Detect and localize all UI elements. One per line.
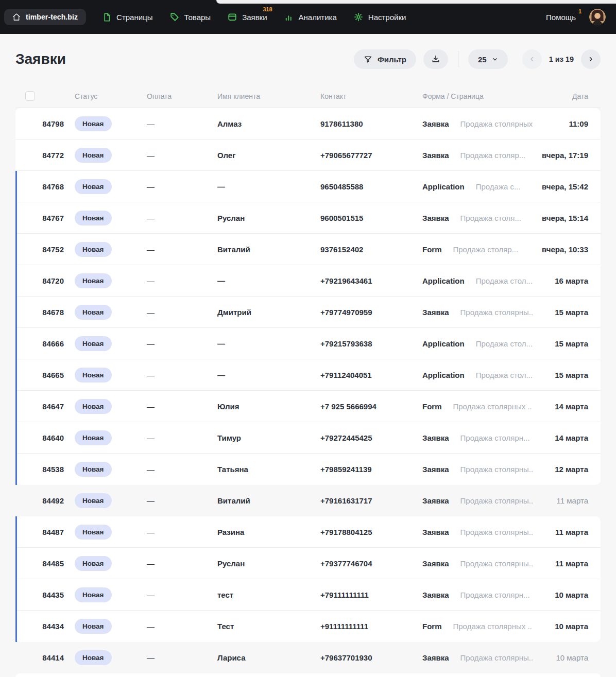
contact-cell: +79111111111 <box>320 591 422 599</box>
client-name-cell: — <box>217 276 320 285</box>
status-badge: Новая <box>75 179 112 194</box>
page-cell: Продажа столярных ... <box>453 622 533 631</box>
client-name-cell: Виталий <box>217 496 320 505</box>
requests-icon <box>227 12 237 22</box>
contact-cell: +91111111111 <box>320 622 422 631</box>
next-page-button[interactable] <box>581 49 601 69</box>
status-cell: Новая <box>64 305 147 320</box>
status-cell: Новая <box>64 430 147 445</box>
date-cell: 14 марта <box>533 433 601 442</box>
page-cell: Продажа столяр... <box>460 151 526 160</box>
payment-cell: — <box>147 245 217 254</box>
table-row[interactable]: 84768 Новая — — 9650485588 Application П… <box>15 171 601 202</box>
status-badge: Новая <box>75 242 112 257</box>
table-row[interactable]: 84487 Новая — Разина +79178804125 Заявка… <box>15 516 601 548</box>
form-page-cell: Form Продажа столярных ... <box>422 622 533 631</box>
payment-cell: — <box>147 119 217 128</box>
row-id: 84492 <box>15 496 64 505</box>
next-row-sliver <box>15 673 601 677</box>
select-all-checkbox[interactable] <box>25 91 35 101</box>
column-header-name: Имя клиента <box>217 92 320 100</box>
status-cell: Новая <box>64 116 147 131</box>
top-nav: timber-tech.biz Страницы Товары Заявки 3… <box>0 0 616 34</box>
nav-item-pages[interactable]: Страницы <box>101 12 152 22</box>
date-cell: 15 марта <box>533 339 601 348</box>
chevron-right-icon <box>587 56 594 63</box>
form-cell: Заявка <box>422 433 449 442</box>
page-cell: Продажа стол... <box>476 339 533 348</box>
table-row[interactable]: 84434 Новая — Тест +91111111111 Form Про… <box>15 611 601 642</box>
status-cell: Новая <box>64 148 147 163</box>
table-row[interactable]: 84678 Новая — Дмитрий +79774970959 Заявк… <box>15 297 601 328</box>
site-switcher[interactable]: timber-tech.biz <box>4 9 86 25</box>
status-cell: Новая <box>64 211 147 225</box>
status-badge: Новая <box>75 493 112 508</box>
table-row[interactable]: 84485 Новая — Руслан +79377746704 Заявка… <box>15 548 601 579</box>
contact-cell: +79112404051 <box>320 371 422 379</box>
page-cell: Продажа столярны... <box>460 653 533 662</box>
contact-cell: 9178611380 <box>320 119 422 128</box>
form-page-cell: Заявка Продажа столярны... <box>422 653 533 662</box>
table-row[interactable]: 84640 Новая — Тимур +79272445425 Заявка … <box>15 422 601 454</box>
nav-item-label: Товары <box>184 13 211 22</box>
date-cell: 10 марта <box>533 591 601 599</box>
prev-page-button[interactable] <box>522 49 542 69</box>
table-row[interactable]: 84772 Новая — Олег +79065677727 Заявка П… <box>15 140 601 171</box>
form-page-cell: Заявка Продажа столярны... <box>422 308 533 317</box>
contact-cell: +79161631717 <box>320 496 422 505</box>
client-name-cell: Юлия <box>217 402 320 411</box>
table-row[interactable]: 84414 Новая — Лариса +79637701930 Заявка… <box>15 642 601 673</box>
form-cell: Application <box>422 339 465 348</box>
form-cell: Заявка <box>422 496 449 505</box>
form-page-cell: Заявка Продажа столярны... <box>422 559 533 568</box>
table-row[interactable]: 84720 Новая — — +79219643461 Application… <box>15 265 601 297</box>
table-row[interactable]: 84492 Новая — Виталий +79161631717 Заявк… <box>15 485 601 516</box>
form-page-cell: Application Продажа с... <box>422 182 533 191</box>
form-cell: Заявка <box>422 214 449 222</box>
chevron-down-icon <box>492 56 498 62</box>
client-name-cell: Виталий <box>217 245 320 254</box>
status-badge: Новая <box>75 587 112 602</box>
help-link[interactable]: Помощь 1 <box>546 13 576 22</box>
page-cell: Продажа стол... <box>476 371 533 379</box>
table-row[interactable]: 84538 Новая — Татьяна +79859241139 Заявк… <box>15 454 601 485</box>
nav-item-requests[interactable]: Заявки 318 <box>227 12 267 22</box>
table-row[interactable]: 84767 Новая — Руслан 9600501515 Заявка П… <box>15 202 601 234</box>
form-page-cell: Form Продажа столярных ... <box>422 402 533 411</box>
nav-item-settings[interactable]: Настройки <box>353 12 406 22</box>
table-row[interactable]: 84647 Новая — Юлия +7 925 5666994 Form П… <box>15 391 601 422</box>
chevron-left-icon <box>528 56 536 63</box>
form-cell: Заявка <box>422 119 449 128</box>
filter-button[interactable]: Фильтр <box>354 49 416 69</box>
form-page-cell: Заявка Продажа столярны... <box>422 528 533 536</box>
date-cell: 11 марта <box>533 559 601 568</box>
status-cell: Новая <box>64 525 147 540</box>
page-cell: Продажа столя... <box>460 214 521 222</box>
status-cell: Новая <box>64 650 147 665</box>
nav-item-products[interactable]: Товары <box>169 12 211 22</box>
client-name-cell: тест <box>217 591 320 599</box>
table-row[interactable]: 84752 Новая — Виталий 9376152402 Form Пр… <box>15 234 601 265</box>
payment-cell: — <box>147 433 217 442</box>
column-header-status: Статус <box>64 92 147 100</box>
form-cell: Application <box>422 371 465 379</box>
column-header-contact: Контакт <box>320 92 422 100</box>
nav-item-label: Настройки <box>368 13 406 22</box>
payment-cell: — <box>147 559 217 568</box>
status-badge: Новая <box>75 305 112 320</box>
table-row[interactable]: 84798 Новая — Алмаз 9178611380 Заявка Пр… <box>15 108 601 140</box>
row-id: 84666 <box>15 339 64 348</box>
toolbar: Фильтр 25 1 из 19 <box>354 49 601 69</box>
export-button[interactable] <box>423 49 448 69</box>
page-size-select[interactable]: 25 <box>468 49 508 69</box>
help-label: Помощь <box>546 13 576 22</box>
avatar[interactable] <box>589 9 606 25</box>
form-cell: Application <box>422 276 465 285</box>
nav-item-analytics[interactable]: Аналитика <box>284 12 337 22</box>
contact-cell: 9650485588 <box>320 182 422 191</box>
table-row[interactable]: 84665 Новая — — +79112404051 Application… <box>15 359 601 391</box>
payment-cell: — <box>147 214 217 222</box>
table-row[interactable]: 84666 Новая — — +79215793638 Application… <box>15 328 601 359</box>
table-row[interactable]: 84435 Новая — тест +79111111111 Заявка П… <box>15 579 601 611</box>
status-cell: Новая <box>64 336 147 351</box>
